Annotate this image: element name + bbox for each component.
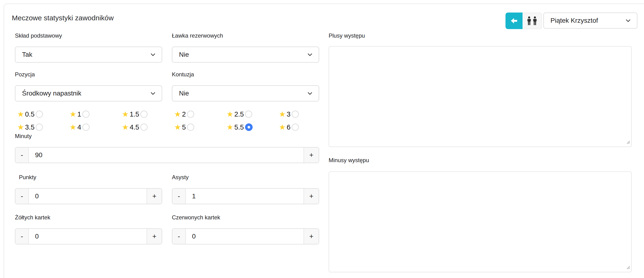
rating-radio[interactable]	[36, 124, 43, 131]
punkty-stepper: - +	[15, 188, 162, 204]
minusy-textarea[interactable]	[329, 171, 632, 272]
rating-radio[interactable]	[245, 111, 252, 118]
decrement-button[interactable]: -	[172, 229, 186, 244]
minuty-label: Minuty	[15, 133, 319, 139]
form-left-column: Skład podstawowy Tak Ławka rezerwowych N…	[15, 32, 319, 272]
decrement-button[interactable]: -	[16, 189, 28, 204]
rating-option[interactable]: ★0.5	[14, 110, 66, 119]
main-card: Meczowe statystyki zawodników	[4, 3, 644, 278]
pozycja-select[interactable]: Środkowy napastnik	[15, 85, 162, 101]
rating-option[interactable]: ★6	[276, 123, 328, 132]
rating-group: ★0.5 ★1 ★1.5 ★2 ★2.5 ★3 ★3.5 ★4 ★4.5 ★5 …	[14, 110, 319, 132]
header-controls: Piątek Krzysztof	[506, 12, 637, 29]
rating-option[interactable]: ★5	[171, 123, 223, 132]
star-icon: ★	[279, 110, 286, 118]
increment-button[interactable]: +	[147, 229, 162, 244]
rating-option[interactable]: ★3.5	[14, 123, 66, 132]
arrow-left-icon	[510, 16, 518, 25]
lawka-select-value: Nie	[179, 51, 189, 58]
rating-radio[interactable]	[187, 124, 194, 131]
rating-radio[interactable]	[36, 111, 43, 118]
player-select[interactable]: Piątek Krzysztof	[544, 12, 637, 29]
minuty-input[interactable]	[28, 147, 304, 163]
kontuzja-select-value: Nie	[179, 90, 189, 97]
form-right-column: Plusy występu Minusy występu	[329, 32, 632, 272]
star-icon: ★	[226, 110, 234, 118]
sklad-label: Skład podstawowy	[15, 32, 162, 39]
decrement-button[interactable]: -	[16, 147, 28, 163]
decrement-button[interactable]: -	[16, 229, 28, 244]
zoltych-input[interactable]	[28, 229, 147, 244]
zoltych-label: Żółtych kartek	[15, 214, 162, 221]
czerwonych-input[interactable]	[186, 229, 304, 244]
rating-option[interactable]: ★3	[276, 110, 328, 119]
star-icon: ★	[70, 110, 76, 118]
rating-option[interactable]: ★5.5	[223, 123, 276, 132]
pozycja-select-value: Środkowy napastnik	[22, 90, 82, 97]
czerwonych-stepper: - +	[172, 228, 319, 244]
punkty-input[interactable]	[28, 189, 147, 204]
star-icon: ★	[226, 123, 234, 131]
increment-button[interactable]: +	[304, 229, 319, 244]
sklad-select[interactable]: Tak	[15, 47, 162, 63]
rating-option[interactable]: ★2	[171, 110, 223, 119]
pozycja-label: Pozycja	[15, 71, 162, 78]
rating-radio[interactable]	[140, 124, 148, 131]
asysty-input[interactable]	[186, 189, 304, 204]
czerwonych-label: Czerwonych kartek	[172, 214, 319, 221]
star-icon: ★	[279, 123, 286, 131]
increment-button[interactable]: +	[304, 147, 319, 163]
lawka-label: Ławka rezerwowych	[172, 32, 319, 39]
rating-radio[interactable]	[82, 111, 90, 118]
star-icon: ★	[17, 110, 24, 118]
rating-option[interactable]: ★1	[66, 110, 118, 119]
players-button[interactable]	[522, 12, 542, 29]
back-button[interactable]	[506, 12, 522, 29]
rating-option[interactable]: ★4	[66, 123, 118, 132]
punkty-label: Punkty	[19, 174, 162, 181]
rating-radio[interactable]	[187, 111, 194, 118]
asysty-label: Asysty	[172, 174, 319, 181]
zoltych-stepper: - +	[15, 228, 162, 244]
rating-radio[interactable]	[292, 111, 299, 118]
page-title: Meczowe statystyki zawodników	[12, 14, 114, 22]
rating-radio[interactable]	[292, 124, 299, 131]
decrement-button[interactable]: -	[172, 189, 186, 204]
asysty-stepper: - +	[172, 188, 319, 204]
sklad-select-value: Tak	[22, 51, 32, 58]
star-icon: ★	[17, 123, 24, 131]
player-select-value: Piątek Krzysztof	[550, 17, 598, 24]
lawka-select[interactable]: Nie	[172, 47, 319, 63]
minuty-stepper: - +	[15, 147, 319, 163]
star-icon: ★	[70, 123, 76, 131]
star-icon: ★	[174, 123, 181, 131]
chevron-down-icon	[625, 17, 631, 24]
form-area: Skład podstawowy Tak Ławka rezerwowych N…	[15, 32, 632, 272]
chevron-down-icon	[307, 90, 313, 96]
chevron-down-icon	[150, 52, 156, 58]
plusy-textarea[interactable]	[329, 46, 632, 147]
chevron-down-icon	[150, 90, 156, 96]
increment-button[interactable]: +	[304, 189, 319, 204]
plusy-label: Plusy występu	[329, 32, 632, 39]
star-icon: ★	[174, 110, 181, 118]
rating-radio[interactable]	[140, 111, 148, 118]
kontuzja-select[interactable]: Nie	[172, 85, 319, 101]
minusy-label: Minusy występu	[329, 157, 632, 164]
rating-option[interactable]: ★2.5	[223, 110, 276, 119]
rating-radio[interactable]	[82, 124, 90, 131]
star-icon: ★	[122, 110, 129, 118]
kontuzja-label: Kontuzja	[172, 71, 319, 78]
people-icon	[526, 16, 538, 25]
rating-radio[interactable]	[245, 123, 253, 131]
chevron-down-icon	[307, 52, 313, 58]
rating-option[interactable]: ★4.5	[118, 123, 171, 132]
rating-option[interactable]: ★1.5	[118, 110, 171, 119]
star-icon: ★	[122, 123, 129, 131]
increment-button[interactable]: +	[147, 189, 162, 204]
